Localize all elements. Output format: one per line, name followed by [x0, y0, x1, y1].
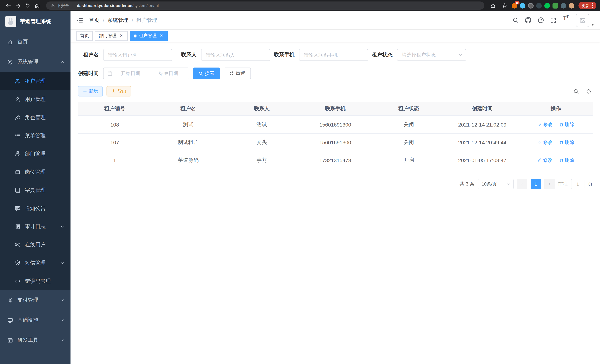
column-header: 联系人 [225, 102, 299, 116]
cell-actions: 修改 删除 [519, 133, 593, 151]
sidebar-item-home[interactable]: 首页 [0, 32, 71, 52]
edit-icon [537, 140, 542, 145]
delete-link[interactable]: 删除 [559, 121, 574, 128]
update-button[interactable]: 更新 [578, 2, 596, 9]
extension-icon-6[interactable] [552, 3, 558, 8]
active-dot-icon [134, 34, 137, 37]
column-header: 租户编号 [78, 102, 151, 116]
export-button[interactable]: 导出 [106, 86, 131, 96]
sidebar-item-audit-log[interactable]: 审计日志 [0, 217, 71, 236]
address-bar[interactable]: 不安全 dashboard.yudao.iocoder.cn/system/te… [46, 1, 484, 10]
phone-input[interactable] [299, 49, 368, 61]
forward-icon[interactable] [13, 1, 22, 10]
yen-icon [7, 297, 13, 303]
edit-link[interactable]: 修改 [537, 157, 553, 163]
menu-dots-icon[interactable] [592, 3, 593, 8]
menu-list-icon [15, 133, 20, 138]
extension-icon-7[interactable] [561, 3, 566, 8]
app-logo[interactable]: 芋道管理系统 [0, 11, 71, 32]
star-icon[interactable] [500, 1, 509, 10]
github-icon[interactable] [523, 15, 534, 26]
cell-status: 开启 [372, 151, 445, 169]
sidebar-item-dept[interactable]: 部门管理 [0, 145, 71, 163]
briefcase-icon [15, 169, 20, 175]
cell-contact: 秃头 [225, 133, 299, 151]
sidebar-item-post[interactable]: 岗位管理 [0, 163, 71, 181]
next-page-button[interactable] [544, 179, 555, 189]
breadcrumb-system[interactable]: 系统管理 [108, 17, 128, 24]
search-icon[interactable] [510, 15, 521, 26]
edit-link[interactable]: 修改 [537, 139, 553, 146]
tenant-status-select[interactable]: 请选择租户状态 [397, 49, 466, 61]
reset-button-label: 重置 [236, 70, 245, 77]
sidebar-item-sms[interactable]: 短信管理 [0, 254, 71, 272]
font-size-icon[interactable]: TT [560, 15, 572, 26]
delete-link[interactable]: 删除 [559, 139, 574, 146]
user-menu[interactable] [576, 14, 594, 27]
tenant-name-input[interactable] [103, 49, 172, 61]
sidebar-item-infra[interactable]: 基础设施 [0, 310, 71, 330]
tab-tenant[interactable]: 租户管理 × [130, 31, 168, 41]
extension-icon-2[interactable] [520, 3, 525, 8]
create-time-range-picker[interactable]: 开始日期 - 结束日期 [103, 67, 189, 79]
page-size-select[interactable]: 10条/页 [478, 179, 514, 189]
status-label: 租户状态 [372, 52, 397, 58]
goto-page-input[interactable] [571, 179, 584, 189]
menu-label: 通知公告 [25, 205, 46, 212]
fullscreen-icon[interactable] [548, 15, 559, 26]
extension-icon-3[interactable] [528, 3, 533, 8]
sidebar-item-tenant[interactable]: 租户管理 [0, 72, 71, 90]
logo-image [5, 16, 16, 27]
sidebar-item-role[interactable]: 角色管理 [0, 108, 71, 127]
close-icon[interactable]: × [159, 33, 164, 38]
sidebar-item-dict[interactable]: 字典管理 [0, 181, 71, 199]
table-header-row: 租户编号 租户名 联系人 联系手机 租户状态 创建时间 操作 [78, 102, 593, 116]
close-icon[interactable]: × [119, 33, 124, 38]
cell-tenant-name: 测试租户 [151, 133, 225, 151]
page-1-button[interactable]: 1 [531, 179, 541, 189]
toggle-search-icon[interactable] [572, 87, 580, 95]
sidebar-item-online-user[interactable]: 在线用户 [0, 236, 71, 254]
sidebar-item-payment[interactable]: 支付管理 [0, 290, 71, 310]
tenant-icon [15, 78, 20, 84]
tab-home[interactable]: 首页 [76, 31, 93, 41]
code-icon [15, 278, 20, 284]
edit-link[interactable]: 修改 [537, 121, 553, 128]
sidebar-item-user[interactable]: 用户管理 [0, 90, 71, 108]
sidebar-item-menu[interactable]: 菜单管理 [0, 127, 71, 145]
prev-page-button[interactable] [517, 179, 527, 189]
extension-icon-4[interactable] [536, 3, 542, 8]
chevron-down-icon [60, 224, 65, 229]
reset-button[interactable]: 重置 [224, 67, 251, 79]
chevron-up-icon [60, 60, 65, 64]
navbar: 首页 / 系统管理 / 租户管理 TT [71, 11, 600, 30]
edit-label: 修改 [543, 139, 553, 146]
browser-toolbar: 不安全 dashboard.yudao.iocoder.cn/system/te… [0, 0, 600, 11]
sidebar-toggle-icon[interactable] [76, 17, 83, 24]
book-icon [15, 187, 20, 193]
cell-phone: 17321315478 [299, 151, 372, 169]
extension-icon-5[interactable] [544, 3, 550, 8]
search-button[interactable]: 搜索 [193, 67, 220, 79]
browser-home-icon[interactable] [33, 1, 42, 10]
refresh-icon[interactable] [584, 87, 593, 95]
help-icon[interactable] [535, 15, 546, 26]
reload-icon[interactable] [23, 1, 32, 10]
sidebar-item-system[interactable]: 系统管理 [0, 52, 71, 72]
delete-link[interactable]: 删除 [559, 157, 574, 163]
contact-input[interactable] [201, 49, 270, 61]
back-icon[interactable] [4, 1, 13, 10]
sidebar-item-notice[interactable]: 通知公告 [0, 199, 71, 217]
add-button[interactable]: 新增 [78, 86, 103, 96]
breadcrumb-home[interactable]: 首页 [89, 17, 99, 24]
broken-image-icon [580, 17, 586, 23]
profile-avatar-icon[interactable] [569, 3, 574, 8]
extension-icon-1[interactable]: 10 [512, 3, 517, 8]
delete-label: 删除 [565, 139, 574, 146]
sidebar-item-devtools[interactable]: 研发工具 [0, 330, 71, 350]
sidebar-item-error-code[interactable]: 错误码管理 [0, 272, 71, 290]
column-header: 操作 [519, 102, 593, 116]
menu-label: 审计日志 [25, 223, 46, 230]
share-icon[interactable] [488, 1, 497, 10]
tab-dept[interactable]: 部门管理 × [95, 31, 128, 41]
